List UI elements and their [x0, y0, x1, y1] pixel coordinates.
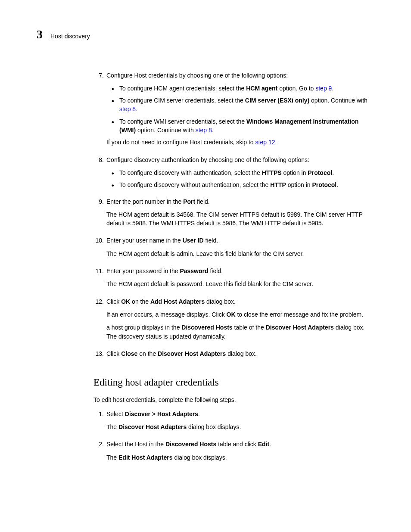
- bold-text: Password: [180, 268, 208, 274]
- step-13: 13. Click Close on the Discover Host Ada…: [93, 349, 374, 362]
- bold-text: CIM server (ESXi only): [245, 97, 309, 104]
- header-title: Host discovery: [50, 32, 90, 40]
- bold-text: Discover Host Adapters: [266, 324, 334, 331]
- text: table of the: [233, 324, 266, 331]
- bold-text: Add Host Adapters: [150, 298, 205, 305]
- text: .: [332, 169, 334, 176]
- text: .: [136, 106, 137, 112]
- step-body: Select Discover > Host Adapters. The Dis…: [106, 410, 374, 436]
- step-lead: Enter your password in the Password fiel…: [106, 267, 374, 275]
- text: .: [275, 139, 277, 146]
- step-number: 2.: [93, 440, 106, 448]
- text: option. Continue with: [309, 97, 367, 104]
- step-body: Click OK on the Add Host Adapters dialog…: [106, 297, 374, 345]
- text: field.: [209, 268, 223, 274]
- text: .: [336, 181, 338, 188]
- text: To configure CIM server credentials, sel…: [119, 97, 245, 104]
- link-step-12[interactable]: step 12: [255, 139, 275, 146]
- bold-text: Edit: [258, 441, 269, 448]
- step-para: If an error occurs, a message displays. …: [106, 310, 374, 319]
- step-lead: Configure discovery authentication by ch…: [106, 156, 374, 164]
- step-para: The Edit Host Adapters dialog box displa…: [106, 453, 374, 462]
- step-number: 1.: [93, 410, 106, 418]
- step-number: 10.: [93, 236, 106, 245]
- text: To configure discovery with authenticati…: [119, 169, 262, 176]
- section-intro: To edit host credentials, complete the f…: [93, 395, 374, 404]
- bold-text: Protocol: [312, 181, 336, 188]
- step-number: 7.: [93, 71, 106, 80]
- step-number: 12.: [93, 297, 106, 306]
- text: Enter the port number in the: [106, 198, 183, 205]
- text: .: [212, 127, 214, 134]
- page-header: 3 Host discovery: [37, 26, 374, 44]
- step-lead: Select Discover > Host Adapters.: [106, 410, 374, 418]
- bold-text: OK: [227, 311, 236, 318]
- bullet-item: To configure discovery with authenticati…: [119, 168, 374, 177]
- step-para: The Discover Host Adapters dialog box di…: [106, 423, 374, 431]
- text: dialog box.: [205, 298, 236, 305]
- bullet-item: To configure HCM agent credentials, sele…: [119, 84, 374, 93]
- step-8: 8. Configure discovery authentication by…: [93, 156, 374, 193]
- bold-text: Discover Host Adapters: [158, 350, 226, 357]
- text: .: [198, 411, 200, 417]
- edit-step-1: 1. Select Discover > Host Adapters. The …: [93, 410, 374, 436]
- step-body: Enter your password in the Password fiel…: [106, 267, 374, 293]
- step-body: Click Close on the Discover Host Adapter…: [106, 349, 374, 362]
- bold-text: Discover > Host Adapters: [125, 411, 198, 417]
- text: Click: [106, 298, 121, 305]
- bold-text: User ID: [183, 237, 204, 244]
- bold-text: Discovered Hosts: [181, 324, 232, 331]
- step-para: The HCM agent default is admin. Leave th…: [106, 249, 374, 258]
- step-11: 11. Enter your password in the Password …: [93, 267, 374, 293]
- text: a host group displays in the: [106, 324, 181, 331]
- step-number: 9.: [93, 197, 106, 206]
- step-body: Configure discovery authentication by ch…: [106, 156, 374, 193]
- step-12: 12. Click OK on the Add Host Adapters di…: [93, 297, 374, 345]
- bullet-list: To configure HCM agent credentials, sele…: [106, 84, 374, 134]
- text: If an error occurs, a message displays. …: [106, 311, 227, 318]
- bold-text: Protocol: [308, 169, 332, 176]
- text: option in: [286, 181, 312, 188]
- section-heading: Editing host adapter credentials: [93, 375, 374, 389]
- text: field.: [195, 198, 209, 205]
- step-lead: Enter the port number in the Port field.: [106, 197, 374, 206]
- link-step-8[interactable]: step 8: [196, 127, 212, 134]
- text: on the: [137, 350, 158, 357]
- bold-text: Close: [121, 350, 137, 357]
- step-body: Configure Host credentials by choosing o…: [106, 71, 374, 151]
- bullet-item: To configure CIM server credentials, sel…: [119, 96, 374, 114]
- text: option in: [282, 169, 308, 176]
- text: dialog box displays.: [187, 423, 241, 430]
- text: option. Continue with: [136, 127, 196, 134]
- bullet-item: To configure discovery without authentic…: [119, 180, 374, 189]
- text: table and click: [216, 441, 258, 448]
- text: If you do not need to configure Host cre…: [106, 139, 255, 146]
- step-number: 8.: [93, 156, 106, 164]
- bold-text: Port: [183, 198, 195, 205]
- text: Select the Host in the: [106, 441, 165, 448]
- text: To configure discovery without authentic…: [119, 181, 270, 188]
- bold-text: Edit Host Adapters: [118, 454, 173, 461]
- main-content: 7. Configure Host credentials by choosin…: [93, 71, 374, 466]
- text: dialog box displays.: [173, 454, 227, 461]
- text: dialog box.: [226, 350, 257, 357]
- text: To configure WMI server credentials, sel…: [119, 118, 246, 125]
- bold-text: OK: [121, 298, 130, 305]
- step-body: Enter the port number in the Port field.…: [106, 197, 374, 232]
- bold-text: HCM agent: [246, 85, 277, 92]
- bold-text: Discover Host Adapters: [118, 423, 187, 430]
- step-para: The HCM agent default is password. Leave…: [106, 280, 374, 288]
- text: Click: [106, 350, 121, 357]
- link-step-9[interactable]: step 9: [315, 85, 332, 92]
- step-9: 9. Enter the port number in the Port fie…: [93, 197, 374, 232]
- text: Enter your password in the: [106, 268, 180, 274]
- text: .: [332, 85, 333, 92]
- step-lead: Select the Host in the Discovered Hosts …: [106, 440, 374, 448]
- edit-step-2: 2. Select the Host in the Discovered Hos…: [93, 440, 374, 466]
- step-para: The HCM agent default is 34568. The CIM …: [106, 210, 374, 228]
- step-lead: Configure Host credentials by choosing o…: [106, 71, 374, 80]
- page-container: 3 Host discovery 7. Configure Host crede…: [0, 0, 411, 496]
- text: To configure HCM agent credentials, sele…: [119, 85, 246, 92]
- text: The: [106, 423, 118, 430]
- link-step-8[interactable]: step 8: [119, 106, 136, 112]
